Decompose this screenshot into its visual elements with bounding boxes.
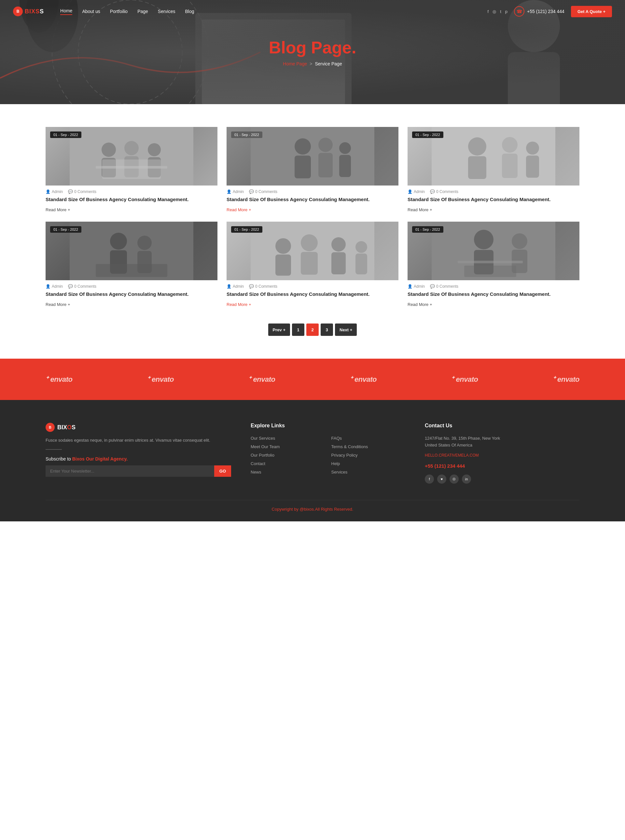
author-label-5: 👤 Admin (227, 284, 244, 289)
footer: B BIXOS Fusce sodales egestas neque, in … (0, 400, 625, 521)
svg-rect-28 (468, 156, 486, 179)
breadcrumb-home[interactable]: Home Page (283, 61, 307, 67)
footer-link-team-a[interactable]: Meet Our Team (251, 444, 280, 449)
footer-explore-title: Explore Links (251, 423, 405, 429)
header: B BIXSS Home About us Portfoilio Page Se… (0, 0, 625, 23)
read-more-1[interactable]: Read More + (45, 207, 70, 212)
svg-point-27 (468, 137, 486, 155)
footer-link-our-services[interactable]: Our Services (251, 436, 275, 441)
svg-point-40 (275, 238, 291, 254)
footer-address: 1247/Flat No. 39, 15th Phase, New YorkUn… (425, 435, 580, 449)
date-badge-2: 01 - Sep - 2022 (231, 132, 262, 138)
svg-point-13 (124, 141, 139, 155)
header-social: f ◎ t p (488, 9, 507, 14)
footer-link-services2-a[interactable]: Services (331, 470, 348, 475)
svg-rect-25 (339, 155, 351, 177)
svg-point-51 (512, 233, 527, 249)
newsletter-input[interactable] (45, 466, 214, 477)
footer-link-faqs-a[interactable]: FAQs (331, 436, 342, 441)
svg-rect-38 (96, 264, 167, 277)
footer-link-services2: Services (331, 469, 406, 475)
blog-meta-3: 👤 Admin 💬 0 Comments (407, 185, 580, 196)
footer-link-terms: Terms & Conditions (331, 444, 406, 449)
footer-logo-text: BIXOS (57, 424, 76, 431)
date-badge-6: 01 - Sep - 2022 (412, 226, 443, 233)
nav-page[interactable]: Page (137, 9, 148, 14)
footer-link-help: Help (331, 461, 406, 466)
footer-link-privacy-a[interactable]: Privacy Policy (331, 453, 358, 458)
blog-card-5: 01 - Sep - 2022 👤 Admin 💬 0 Comments Sta… (227, 222, 398, 307)
header-phone: ☎ +55 (121) 234 444 (514, 6, 564, 17)
blog-image-1: 01 - Sep - 2022 (45, 127, 218, 185)
read-more-6[interactable]: Read More + (407, 302, 432, 307)
read-more-4[interactable]: Read More + (45, 302, 70, 307)
get-quote-button[interactable]: Get A Quote + (571, 6, 612, 17)
social-footer-twitter[interactable]: ♥ (437, 475, 446, 484)
svg-rect-32 (526, 155, 539, 178)
footer-link-faqs: FAQs (331, 435, 406, 441)
social-footer-linkedin[interactable]: in (462, 475, 471, 484)
pagination-page-2[interactable]: 2 (306, 323, 319, 336)
footer-email: HELLO.CREATIVEMELA.COM (425, 452, 580, 459)
footer-description: Fusce sodales egestas neque, in pulvinar… (45, 437, 231, 444)
svg-rect-30 (502, 154, 518, 178)
brands-section: envato envato envato envato envato envat… (0, 359, 625, 400)
social-footer-instagram[interactable]: ◎ (449, 475, 459, 484)
blog-card-4: 01 - Sep - 2022 👤 Admin 💬 0 Comments Sta… (45, 222, 218, 307)
footer-link-news-a[interactable]: News (251, 470, 261, 475)
logo[interactable]: B BIXSS (13, 6, 44, 16)
footer-subscribe-label: Subscribe to Bixos Our Digital Agency. (45, 456, 231, 461)
footer-contact-list: 1247/Flat No. 39, 15th Phase, New YorkUn… (425, 435, 580, 470)
nav-home[interactable]: Home (60, 8, 72, 15)
author-label-4: 👤 Admin (45, 284, 63, 289)
nav-portfolio[interactable]: Portfoilio (110, 9, 127, 14)
brand-3: envato (248, 375, 275, 384)
blog-image-5: 01 - Sep - 2022 (227, 222, 398, 280)
main-nav: Home About us Portfoilio Page Services B… (60, 8, 481, 15)
footer-link-portfolio-a[interactable]: Our Portfolio (251, 453, 274, 458)
footer-subscribe-form: GO (45, 466, 231, 477)
blog-title-1: Standard Size Of Business Agency Consula… (45, 196, 218, 203)
social-instagram[interactable]: ◎ (493, 9, 496, 14)
blog-card-2: 01 - Sep - 2022 👤 Admin 💬 0 Comments Sta… (227, 127, 398, 213)
blog-meta-2: 👤 Admin 💬 0 Comments (227, 185, 398, 196)
nav-about[interactable]: About us (82, 9, 100, 14)
svg-point-46 (356, 241, 367, 253)
social-twitter[interactable]: t (500, 9, 501, 14)
social-facebook[interactable]: f (488, 9, 489, 14)
footer-link-help-a[interactable]: Help (331, 461, 340, 466)
footer-link-contact-a[interactable]: Contact (251, 461, 265, 466)
pagination-prev[interactable]: Prev + (268, 323, 290, 336)
read-more-5[interactable]: Read More + (227, 302, 251, 307)
breadcrumb: Home Page > Service Page (269, 61, 356, 67)
brand-1: envato (45, 375, 72, 384)
svg-rect-9 (508, 52, 560, 104)
pagination-page-1[interactable]: 1 (292, 323, 304, 336)
comments-label-3: 💬 0 Comments (430, 189, 458, 194)
read-more-3[interactable]: Read More + (407, 207, 432, 212)
breadcrumb-current: Service Page (315, 61, 342, 67)
social-footer-facebook[interactable]: f (425, 475, 434, 484)
nav-blog[interactable]: Blog (185, 9, 194, 14)
footer-top: B BIXOS Fusce sodales egestas neque, in … (45, 423, 580, 483)
footer-link-terms-a[interactable]: Terms & Conditions (331, 444, 368, 449)
footer-col-links: Explore Links Our Services FAQs Meet Our… (251, 423, 405, 483)
footer-link-contact: Contact (251, 461, 325, 466)
footer-phone: +55 (121) 234 444 (425, 462, 580, 470)
svg-rect-21 (295, 155, 311, 179)
pagination-next[interactable]: Next + (335, 323, 357, 336)
social-pinterest[interactable]: p (505, 9, 507, 14)
newsletter-submit[interactable]: GO (214, 466, 231, 477)
author-label: 👤 Admin (45, 189, 63, 194)
read-more-2[interactable]: Read More + (227, 207, 251, 212)
author-label-2: 👤 Admin (227, 189, 244, 194)
svg-rect-47 (356, 253, 367, 274)
hero-content: Blog Page. Home Page > Service Page (269, 38, 356, 67)
pagination-page-3[interactable]: 3 (321, 323, 333, 336)
footer-link-privacy: Privacy Policy (331, 452, 406, 458)
svg-point-42 (301, 234, 318, 251)
footer-contact-title: Contact Us (425, 423, 580, 429)
nav-services[interactable]: Services (158, 9, 176, 14)
footer-link-news: News (251, 469, 325, 475)
svg-point-31 (526, 141, 539, 155)
